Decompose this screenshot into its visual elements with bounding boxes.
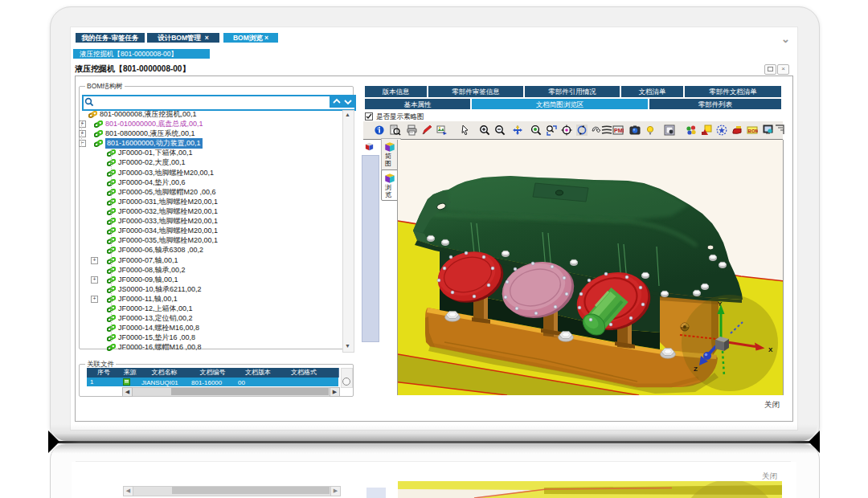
svg-text:Y: Y xyxy=(718,300,723,308)
svg-text:PMI: PMI xyxy=(614,128,624,133)
svg-text:X: X xyxy=(768,346,773,353)
svg-text:Z: Z xyxy=(694,365,698,373)
svg-text:BOM: BOM xyxy=(748,129,758,133)
